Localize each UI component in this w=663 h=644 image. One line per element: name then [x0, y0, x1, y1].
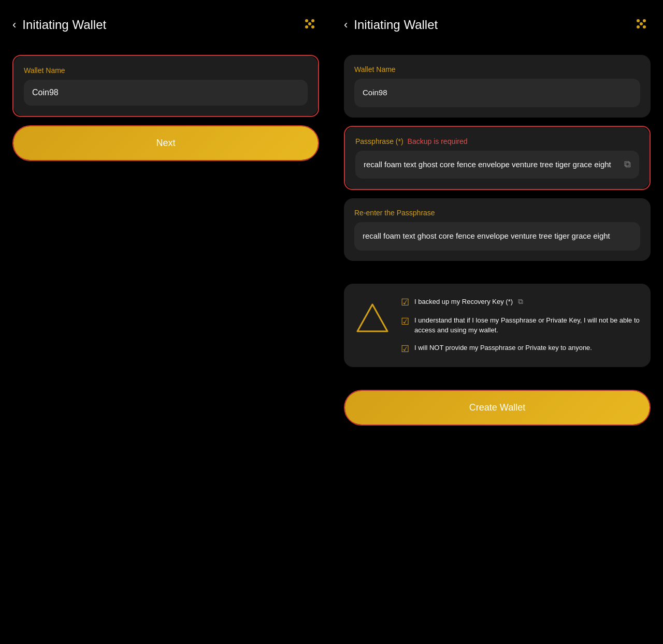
- backup-required-label: Backup is required: [408, 137, 468, 145]
- right-header-title: Initiating Wallet: [354, 18, 438, 32]
- recovery-key-copy-icon[interactable]: ⧉: [518, 297, 523, 305]
- svg-point-2: [305, 25, 308, 28]
- left-header-left: ‹ Initiating Wallet: [12, 18, 106, 32]
- svg-point-8: [643, 25, 646, 28]
- create-wallet-button-outline: Create Wallet: [344, 390, 651, 426]
- svg-point-5: [637, 19, 640, 22]
- passphrase-header-row: Passphrase (*) Backup is required: [355, 137, 639, 145]
- re-enter-label: Re-enter the Passphrase: [354, 209, 640, 217]
- passphrase-label: Passphrase (*): [355, 137, 403, 145]
- checkbox-item-2: ☑ I understand that if I lose my Passphr…: [401, 315, 640, 335]
- left-next-button-outline: Next: [12, 125, 319, 161]
- left-dots-icon[interactable]: [300, 16, 319, 34]
- svg-point-1: [311, 19, 314, 22]
- passphrase-input-container: recall foam text ghost core fence envelo…: [355, 151, 639, 179]
- checkbox-2-icon[interactable]: ☑: [401, 316, 409, 327]
- right-panel: ‹ Initiating Wallet Wallet Name Coin98 P…: [332, 0, 663, 644]
- right-dots-icon[interactable]: [632, 16, 651, 34]
- checkbox-2-text: I understand that if I lose my Passphras…: [414, 315, 640, 335]
- left-header-title: Initiating Wallet: [22, 18, 106, 32]
- right-wallet-name-value: Coin98: [363, 87, 632, 99]
- svg-point-9: [640, 22, 643, 25]
- svg-point-7: [637, 25, 640, 28]
- next-button[interactable]: Next: [13, 126, 318, 160]
- right-header-left: ‹ Initiating Wallet: [344, 18, 438, 32]
- left-wallet-name-input[interactable]: [24, 80, 308, 106]
- left-wallet-name-outline: Wallet Name: [12, 55, 319, 117]
- checkbox-item-1: ☑ I backed up my Recovery Key (*) ⧉: [401, 296, 640, 308]
- left-wallet-name-label: Wallet Name: [24, 66, 308, 75]
- right-passphrase-section: Passphrase (*) Backup is required recall…: [345, 127, 650, 189]
- svg-point-3: [311, 25, 314, 28]
- spacer-2: [344, 375, 651, 382]
- svg-point-4: [308, 22, 311, 25]
- checkbox-1-text: I backed up my Recovery Key (*) ⧉: [414, 296, 523, 307]
- left-wallet-name-section: Wallet Name: [13, 56, 318, 116]
- checkbox-1-icon[interactable]: ☑: [401, 297, 409, 308]
- checkbox-3-icon[interactable]: ☑: [401, 343, 409, 355]
- right-wallet-name-section: Wallet Name Coin98: [344, 55, 651, 118]
- re-enter-input-container: recall foam text ghost core fence envelo…: [354, 222, 640, 251]
- re-enter-section: Re-enter the Passphrase recall foam text…: [344, 198, 651, 261]
- right-back-button[interactable]: ‹: [344, 18, 348, 32]
- right-passphrase-outline: Passphrase (*) Backup is required recall…: [344, 126, 651, 191]
- checkbox-list: ☑ I backed up my Recovery Key (*) ⧉ ☑ I …: [401, 296, 640, 355]
- re-enter-value: recall foam text ghost core fence envelo…: [363, 230, 632, 242]
- left-back-button[interactable]: ‹: [12, 18, 16, 32]
- svg-point-6: [643, 19, 646, 22]
- right-wallet-name-label: Wallet Name: [354, 65, 640, 74]
- checkbox-3-text: I will NOT provide my Passphrase or Priv…: [414, 343, 592, 353]
- left-panel: ‹ Initiating Wallet Wallet Name Next: [0, 0, 332, 644]
- warning-triangle-icon: [354, 300, 391, 336]
- spacer: [344, 269, 651, 275]
- right-wallet-name-display: Coin98: [354, 79, 640, 107]
- passphrase-value: recall foam text ghost core fence envelo…: [364, 159, 620, 171]
- create-wallet-button[interactable]: Create Wallet: [345, 391, 650, 425]
- left-header: ‹ Initiating Wallet: [12, 16, 319, 34]
- checkbox-section: ☑ I backed up my Recovery Key (*) ⧉ ☑ I …: [344, 284, 651, 367]
- svg-point-0: [305, 19, 308, 22]
- right-header: ‹ Initiating Wallet: [344, 16, 651, 34]
- checkbox-item-3: ☑ I will NOT provide my Passphrase or Pr…: [401, 343, 640, 355]
- passphrase-label-container: Passphrase (*) Backup is required: [355, 137, 468, 145]
- passphrase-copy-icon[interactable]: ⧉: [624, 159, 631, 170]
